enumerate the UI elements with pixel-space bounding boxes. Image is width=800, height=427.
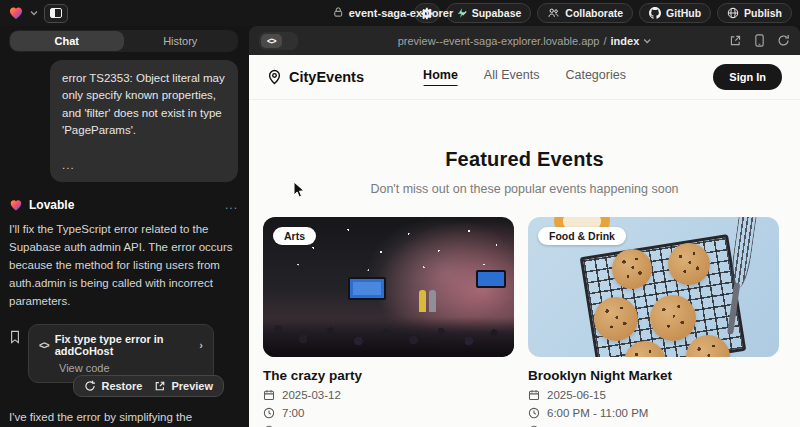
preview-page: index <box>611 35 640 47</box>
tab-history[interactable]: History <box>124 31 238 51</box>
app-header: CityEvents Home All Events Categories Si… <box>249 55 800 100</box>
chat-history-tabs: Chat History <box>9 30 238 52</box>
chevron-right-icon: › <box>199 339 203 351</box>
calendar-icon <box>528 389 540 401</box>
event-image-food: Food & Drink <box>528 217 779 357</box>
preview-panel: <> preview--event-saga-explorer.lovable.… <box>249 26 800 427</box>
assistant-outro: I've fixed the error by simplifying the … <box>9 409 238 427</box>
event-date: 2025-03-12 <box>282 389 341 401</box>
preview-toolbar: <> preview--event-saga-explorer.lovable.… <box>249 26 800 55</box>
app-brand[interactable]: CityEvents <box>267 69 364 85</box>
nav-home[interactable]: Home <box>423 68 458 86</box>
lovable-heart-icon <box>9 199 23 212</box>
stage-screen <box>348 277 386 300</box>
sidebar-toggle-button[interactable] <box>44 4 68 23</box>
event-title: Brooklyn Night Market <box>528 368 779 383</box>
people-icon <box>547 7 560 19</box>
user-message-ellipsis: ... <box>62 157 226 174</box>
calendar-icon <box>263 389 275 401</box>
topbar: event-saga-explorer Supabase Collaborate… <box>0 0 800 26</box>
assistant-header: Lovable ... <box>9 198 238 212</box>
nav-categories[interactable]: Categories <box>565 68 625 86</box>
tab-chat[interactable]: Chat <box>10 31 124 51</box>
refresh-icon[interactable] <box>777 34 790 47</box>
message-actions: Restore Preview <box>73 375 224 397</box>
collaborate-button[interactable]: Collaborate <box>537 3 633 23</box>
lock-icon <box>333 6 344 20</box>
user-error-text: error TS2353: Object literal may only sp… <box>62 72 225 136</box>
stage-screen <box>476 270 506 288</box>
assistant-name: Lovable <box>29 198 74 212</box>
category-badge: Arts <box>273 227 316 245</box>
restore-icon <box>84 380 96 392</box>
message-menu-button[interactable]: ... <box>225 198 238 212</box>
event-card[interactable]: Arts The crazy party 2025-03-12 7:00 Bar… <box>263 217 514 427</box>
preview-mode-segment[interactable] <box>282 34 296 48</box>
code-mode-icon[interactable]: <> <box>261 34 282 48</box>
publish-button[interactable]: Publish <box>717 3 792 23</box>
bookmark-icon[interactable] <box>9 330 21 348</box>
chat-panel: Chat History error TS2353: Object litera… <box>0 26 247 427</box>
globe-icon <box>727 7 739 19</box>
restore-button[interactable]: Restore <box>84 380 142 392</box>
url-chevron-icon <box>643 38 651 44</box>
code-change-title: Fix type type error in addCoHost <box>55 333 194 357</box>
nav-all-events[interactable]: All Events <box>484 68 540 86</box>
event-image-arts: Arts <box>263 217 514 357</box>
sidebar-panel-icon <box>50 8 62 18</box>
event-date: 2025-06-15 <box>547 389 606 401</box>
lovable-menu-chevron-icon[interactable] <box>30 10 38 16</box>
code-view-toggle[interactable]: <> <box>259 32 298 50</box>
lovable-logo-icon[interactable] <box>8 6 24 21</box>
location-pin-icon <box>267 69 282 85</box>
preview-button[interactable]: Preview <box>154 380 213 392</box>
event-time: 6:00 PM - 11:00 PM <box>547 407 648 419</box>
section-subtitle: Don't miss out on these popular events h… <box>249 182 800 196</box>
clock-icon <box>263 407 275 419</box>
external-link-icon <box>154 380 166 392</box>
event-time: 7:00 <box>282 407 304 419</box>
assistant-intro: I'll fix the TypeScript error related to… <box>9 221 238 310</box>
view-code-link[interactable]: View code <box>59 362 203 374</box>
project-switcher[interactable]: event-saga-explorer <box>333 0 468 26</box>
project-chevron-icon <box>458 10 467 16</box>
app-preview: CityEvents Home All Events Categories Si… <box>249 55 800 427</box>
section-title: Featured Events <box>249 148 800 171</box>
open-in-new-tab-icon[interactable] <box>729 34 742 47</box>
event-card[interactable]: Food & Drink Brooklyn Night Market 2025-… <box>528 217 779 427</box>
mobile-view-icon[interactable] <box>754 34 765 47</box>
clock-icon <box>528 407 540 419</box>
project-name: event-saga-explorer <box>349 7 454 19</box>
category-badge: Food & Drink <box>538 227 626 245</box>
event-title: The crazy party <box>263 368 514 383</box>
user-message-bubble: error TS2353: Object literal may only sp… <box>50 60 238 182</box>
preview-url[interactable]: preview--event-saga-explorer.lovable.app… <box>398 35 652 47</box>
github-icon <box>649 7 661 19</box>
code-icon: <> <box>39 340 49 351</box>
github-button[interactable]: GitHub <box>639 3 711 23</box>
sign-in-button[interactable]: Sign In <box>713 64 782 90</box>
app-nav: Home All Events Categories <box>423 68 626 86</box>
